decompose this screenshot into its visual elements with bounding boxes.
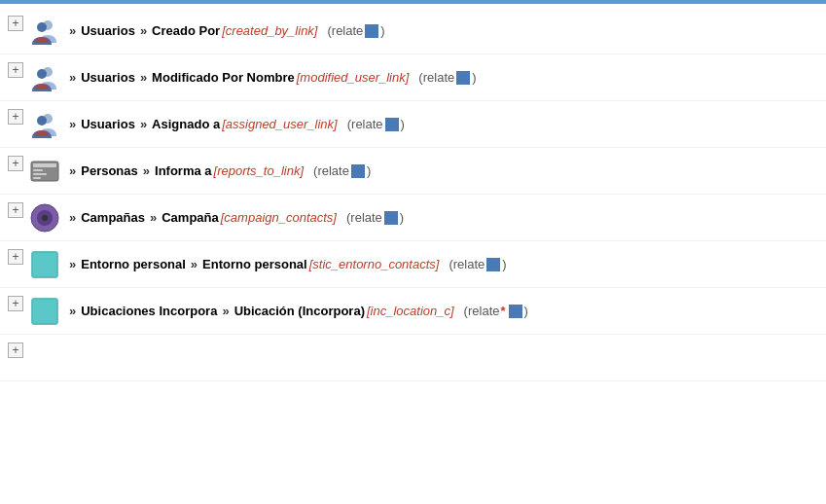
breadcrumb-level2: Asignado a <box>152 117 220 131</box>
field-code[interactable]: [modified_user_link] <box>297 70 410 85</box>
icon-users <box>29 16 60 47</box>
field-code[interactable]: [inc_location_c] <box>367 304 454 318</box>
row-content: »Entorno personal»Entorno personal[stic_… <box>66 257 507 271</box>
expand-button[interactable]: + <box>8 109 23 125</box>
breadcrumb-level1: Campañas <box>81 210 145 225</box>
breadcrumb-level2: Campaña <box>162 210 219 225</box>
expand-button[interactable]: + <box>8 16 23 31</box>
icon-campaign <box>29 202 60 234</box>
paren-close: ) <box>502 257 506 271</box>
arrow-separator-2: » <box>140 70 147 85</box>
breadcrumb-level2: Creado Por <box>152 23 220 38</box>
table-row: + »Usuarios»Creado Por[created_by_link](… <box>0 8 826 54</box>
relate-icon[interactable] <box>351 164 365 178</box>
relate-badge: (relate *) <box>464 304 528 318</box>
relate-icon[interactable] <box>509 305 522 318</box>
relate-text: relate <box>468 304 500 318</box>
field-code[interactable]: [created_by_link] <box>222 23 317 38</box>
expand-button[interactable]: + <box>8 342 23 358</box>
relate-badge: (relate) <box>449 257 506 271</box>
svg-rect-16 <box>32 299 57 324</box>
svg-rect-8 <box>33 169 43 171</box>
relate-badge: (relate) <box>418 70 476 85</box>
expand-button[interactable]: + <box>8 156 23 171</box>
breadcrumb-level2: Modificado Por Nombre <box>152 70 295 85</box>
icon-users <box>29 109 60 140</box>
svg-point-5 <box>37 116 47 126</box>
relate-icon[interactable] <box>384 211 398 225</box>
icon-entorno <box>29 249 60 280</box>
svg-rect-9 <box>33 173 47 175</box>
breadcrumb-level1: Entorno personal <box>81 257 186 271</box>
expand-button[interactable]: + <box>8 249 23 265</box>
paren-close: ) <box>367 163 371 178</box>
breadcrumb-level1: Usuarios <box>81 70 135 85</box>
table-row: + »Personas»Informa a[reports_to_link](r… <box>0 148 826 195</box>
arrow-separator-2: » <box>191 257 198 271</box>
svg-rect-7 <box>33 163 56 167</box>
breadcrumb-level1: Usuarios <box>81 117 135 131</box>
arrow-separator: » <box>69 70 76 85</box>
relate-text: relate <box>350 210 382 225</box>
field-code[interactable]: [reports_to_link] <box>214 163 305 178</box>
relate-badge: (relate) <box>347 117 405 131</box>
relate-text: relate <box>351 117 383 131</box>
expand-button[interactable]: + <box>8 202 23 218</box>
breadcrumb-level1: Personas <box>81 163 138 178</box>
icon-personas <box>29 156 60 187</box>
field-code[interactable]: [assigned_user_link] <box>222 117 338 131</box>
expand-button[interactable]: + <box>8 62 23 78</box>
svg-rect-14 <box>32 252 57 277</box>
icon-users <box>29 62 60 93</box>
row-content: »Campañas»Campaña[campaign_contacts](rel… <box>66 210 404 225</box>
row-content: »Ubicaciones Incorpora»Ubicación (Incorp… <box>66 304 528 318</box>
relate-icon[interactable] <box>456 71 470 85</box>
relate-text: relate <box>423 70 455 85</box>
arrow-separator: » <box>69 257 76 271</box>
relate-badge: (relate) <box>313 163 371 178</box>
row-content: »Usuarios»Creado Por[created_by_link](re… <box>66 23 385 38</box>
paren-close: ) <box>400 210 404 225</box>
relate-badge: (relate) <box>346 210 404 225</box>
svg-rect-10 <box>33 177 41 179</box>
svg-point-3 <box>37 69 47 79</box>
table-row: + »Entorno personal»Entorno personal[sti… <box>0 241 826 288</box>
breadcrumb-level1: Usuarios <box>81 23 135 38</box>
arrow-separator-2: » <box>140 117 147 131</box>
relate-text: relate <box>332 23 364 38</box>
arrow-separator: » <box>69 23 76 38</box>
table-row: + »Usuarios»Modificado Por Nombre[modifi… <box>0 54 826 101</box>
expand-button[interactable]: + <box>8 296 23 311</box>
field-code[interactable]: [stic_entorno_contacts] <box>309 257 440 271</box>
relate-text: relate <box>453 257 485 271</box>
breadcrumb-level2: Ubicación (Incorpora) <box>234 304 365 318</box>
arrow-separator: » <box>69 117 76 131</box>
table-row: + <box>0 335 826 381</box>
relate-badge: (relate) <box>327 23 384 38</box>
table-row: + »Campañas»Campaña[campaign_contacts](r… <box>0 195 826 241</box>
field-code[interactable]: [campaign_contacts] <box>221 210 337 225</box>
icon-ubicaciones <box>29 296 60 327</box>
relate-text: relate <box>317 163 349 178</box>
svg-point-13 <box>42 215 48 221</box>
paren-close: ) <box>401 117 405 131</box>
arrow-separator-2: » <box>140 23 147 38</box>
relate-icon[interactable] <box>385 118 399 131</box>
arrow-separator: » <box>69 163 76 178</box>
asterisk: * <box>500 304 505 318</box>
arrow-separator-2: » <box>222 304 229 318</box>
table-row: + »Ubicaciones Incorpora»Ubicación (Inco… <box>0 288 826 335</box>
arrow-separator: » <box>69 304 76 318</box>
main-container: + »Usuarios»Creado Por[created_by_link](… <box>0 4 826 385</box>
svg-point-1 <box>37 22 47 32</box>
relate-icon[interactable] <box>486 258 500 271</box>
breadcrumb-level1: Ubicaciones Incorpora <box>81 304 217 318</box>
row-content: »Usuarios»Modificado Por Nombre[modified… <box>66 70 477 85</box>
arrow-separator-2: » <box>150 210 157 225</box>
row-content: »Usuarios»Asignado a[assigned_user_link]… <box>66 117 405 131</box>
relate-icon[interactable] <box>365 24 378 38</box>
table-row: + »Usuarios»Asignado a[assigned_user_lin… <box>0 101 826 148</box>
paren-close: ) <box>524 304 528 318</box>
breadcrumb-level2: Entorno personal <box>202 257 307 271</box>
row-content: »Personas»Informa a[reports_to_link](rel… <box>66 163 371 178</box>
